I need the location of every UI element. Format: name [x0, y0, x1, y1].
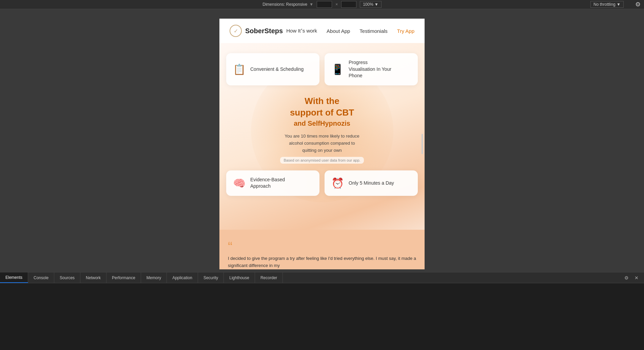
tab-memory[interactable]: Memory	[141, 272, 167, 283]
center-text: With the support of CBT and SelfHypnozis…	[273, 96, 370, 164]
feature-cards-bottom: 🧠 Evidence-BasedApproach ⏰ Only 5 Minute…	[219, 164, 425, 196]
width-input[interactable]: 768	[317, 1, 332, 8]
devtools-bottom: Elements Console Sources Network Perform…	[0, 272, 644, 350]
headline: With the support of CBT	[280, 96, 364, 119]
app-nav: How Itʼs work About App Testimonials Try…	[286, 28, 414, 34]
nav-testimonials[interactable]: Testimonials	[359, 28, 388, 34]
app-navbar: ✓ SoberSteps How Itʼs work About App Tes…	[219, 19, 425, 43]
zoom-button[interactable]: 100% ▼	[360, 1, 382, 8]
tab-sources[interactable]: Sources	[54, 272, 80, 283]
scheduling-icon: 📋	[233, 63, 246, 75]
quote-mark: “	[228, 240, 416, 253]
browser-window: ✓ SoberSteps How Itʼs work About App Tes…	[219, 19, 425, 269]
feature-card-scheduling: 📋 Convenient & Scheduling	[226, 53, 319, 85]
throttle-button[interactable]: No throttling ▼	[590, 1, 624, 8]
tab-elements[interactable]: Elements	[0, 272, 28, 283]
scroll-indicator[interactable]	[422, 134, 423, 154]
minutes-text: Only 5 Minutes a Day	[349, 180, 394, 187]
subheadline: and SelfHypnozis	[280, 120, 364, 127]
viewport-container: ✓ SoberSteps How Itʼs work About App Tes…	[0, 9, 644, 272]
tab-lighthouse[interactable]: Lighthouse	[224, 272, 255, 283]
throttle-section: No throttling ▼	[590, 1, 624, 8]
evidence-text: Evidence-BasedApproach	[250, 177, 285, 190]
progress-text: ProgressVisualisation In YourPhone	[349, 59, 391, 79]
devtools-top-bar: Dimensions: Responsive ▼ 768 × 920 100% …	[0, 0, 644, 9]
body-text: You are 10 times more likely to reduce a…	[280, 133, 364, 154]
feature-card-minutes: ⏰ Only 5 Minutes a Day	[325, 170, 418, 196]
feature-card-progress: 📱 ProgressVisualisation In YourPhone	[325, 53, 418, 85]
dimensions-section: Dimensions: Responsive ▼	[262, 2, 313, 7]
nav-about-app[interactable]: About App	[327, 28, 350, 34]
nav-try-app[interactable]: Try App	[397, 28, 414, 34]
scheduling-text: Convenient & Scheduling	[250, 66, 304, 73]
app-main: 📋 Convenient & Scheduling 📱 ProgressVisu…	[219, 43, 425, 269]
nav-how-it-works[interactable]: How Itʼs work	[286, 28, 317, 34]
dimensions-label: Dimensions: Responsive	[262, 2, 307, 7]
footnote: Based on anonymised user data from our a…	[280, 157, 364, 164]
devtools-content	[0, 283, 644, 290]
quote-text: I decided to give the program a try afte…	[228, 255, 416, 269]
tab-application[interactable]: Application	[167, 272, 198, 283]
tab-performance[interactable]: Performance	[106, 272, 141, 283]
tab-security[interactable]: Security	[198, 272, 224, 283]
settings-devtools-icon[interactable]: ⚙	[622, 274, 631, 282]
progress-icon: 📱	[331, 63, 344, 75]
app-logo: ✓ SoberSteps	[230, 25, 283, 37]
devtools-tabs: Elements Console Sources Network Perform…	[0, 272, 644, 283]
feature-card-evidence: 🧠 Evidence-BasedApproach	[226, 170, 319, 196]
tab-recorder[interactable]: Recorder	[255, 272, 283, 283]
logo-text: SoberSteps	[245, 27, 283, 35]
logo-icon: ✓	[230, 25, 242, 37]
close-devtools-icon[interactable]: ✕	[632, 274, 641, 282]
evidence-icon: 🧠	[233, 177, 246, 189]
testimonials-section: “ I decided to give the program a try af…	[219, 230, 425, 269]
settings-icon[interactable]: ⚙	[635, 1, 641, 8]
tab-console[interactable]: Console	[28, 272, 54, 283]
minutes-icon: ⏰	[331, 177, 344, 189]
height-input[interactable]: 920	[341, 1, 356, 8]
devtools-tab-icons: ⚙ ✕	[622, 274, 644, 282]
feature-cards-top: 📋 Convenient & Scheduling 📱 ProgressVisu…	[219, 43, 425, 85]
tab-network[interactable]: Network	[80, 272, 106, 283]
